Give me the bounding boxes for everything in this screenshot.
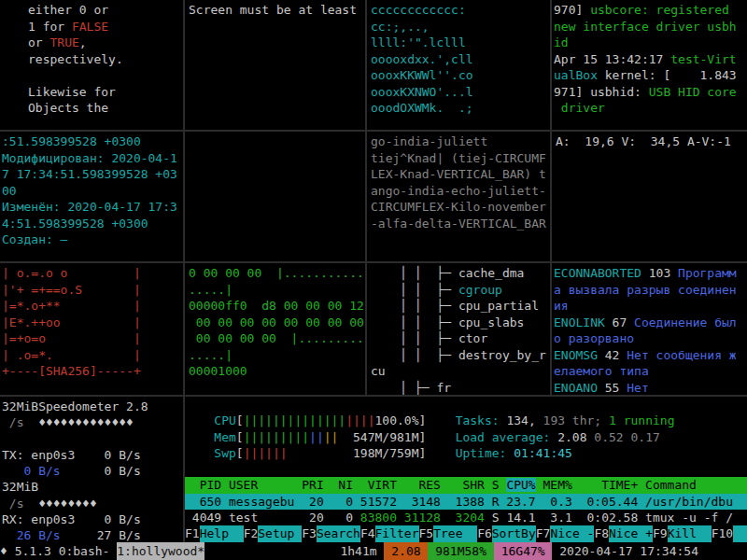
- bracket: [: [236, 430, 244, 444]
- pane-errno-list[interactable]: ECONNABORTED 103 Программ а вызвала разр…: [552, 263, 747, 395]
- tmux-status-bar: ♦ 5.1.3 0:bash- 1:hollywood* 1h41m 2.08 …: [0, 542, 747, 560]
- dmesg-timestamp: Apr 15 13:42:17: [554, 52, 670, 66]
- pane-bool-doc[interactable]: either 0 or 1 for FALSE or TRUE, respect…: [0, 0, 183, 130]
- pane-separator-vertical[interactable]: [550, 0, 552, 395]
- header-columns-left: PID USER PRI NI VIRT RES SHR S: [185, 478, 506, 492]
- status-right-group: 1h41m 2.08 981M58% 16G47% 2020-04-17 17:…: [340, 542, 747, 560]
- voltage-text: A: 19,6 V: 34,5 A-V:-1: [556, 134, 731, 148]
- htop-function-key-bar: F1Help F2Setup F3SearchF4FilterF5Tree F6…: [185, 525, 747, 541]
- rx-activity-markers: ♦♦♦♦♦♦♦♦: [38, 497, 97, 511]
- kernel-version: 5.1.3: [7, 542, 59, 560]
- mem-bar-blue: ||: [309, 430, 324, 444]
- stat-text: :51.598399528 +0300 Модифицирован: 2020-…: [2, 134, 177, 246]
- cpu-meter-label: CPU: [214, 413, 235, 427]
- pane-htop[interactable]: CPU[||||||||||||||||||100.0%] Tasks: 134…: [185, 397, 747, 542]
- fkey-f4-filter[interactable]: F4Filter: [360, 525, 419, 541]
- pane-ascii-art[interactable]: cccccccccccc: cc:;,.., llll:'".lclll ooo…: [367, 0, 550, 130]
- cpu-bar-green: ||||||||||||||: [244, 413, 346, 427]
- pane-screen-msg[interactable]: Screen must be at least: [185, 0, 365, 130]
- swap-usage: 198M/759M: [353, 446, 418, 460]
- pane-separator-vertical[interactable]: [183, 0, 185, 542]
- rx-rate-max: 27 B/s: [61, 528, 141, 542]
- cpu-bar-red: ||||: [345, 413, 374, 427]
- fkey-f6-sortby[interactable]: F6SortBy: [477, 525, 536, 541]
- fkey-num: F6: [477, 525, 492, 541]
- htop-table-header[interactable]: PID USER PRI NI VIRT RES SHR S CPU% MEM%…: [185, 477, 747, 493]
- mem-meter-label: Mem: [214, 430, 235, 444]
- dmesg-seq: 970]: [554, 3, 590, 17]
- tx-activity-markers: ♦♦♦♦♦♦♦♦♦♦♦♦♦: [38, 415, 134, 429]
- tasks-threads: 193 thr;: [543, 413, 609, 427]
- pane-hexdump[interactable]: 0 00 00 00 |........... .....| 00000ff0 …: [185, 263, 365, 395]
- pane-slab-tree[interactable]: │ │ ├─ cache_dma │ │ ├─ cgroup │ │ ├─ cp…: [367, 263, 550, 395]
- fkey-f1-help[interactable]: F1Help: [185, 525, 244, 541]
- status-uptime: 1h41m: [340, 542, 384, 560]
- htop-sort-column-cpu[interactable]: CPU%: [506, 478, 535, 492]
- fkey-f7-nice-minus[interactable]: F7Nice -: [536, 525, 595, 541]
- gap: [426, 430, 455, 444]
- tree-branch: │ │ ├─ cpu_partial │ │ ├─ cpu_slabs │ │ …: [371, 299, 546, 395]
- fkey-f9-kill[interactable]: F9Kill: [653, 525, 712, 541]
- fkey-label: Setup: [258, 525, 302, 541]
- pane-file-timestamps[interactable]: :51.598399528 +0300 Модифицирован: 2020-…: [0, 132, 183, 261]
- pane-separator-vertical[interactable]: [365, 0, 367, 395]
- fkey-f3-search[interactable]: F3Search: [302, 525, 360, 541]
- fkey-bar-fill: [733, 525, 747, 541]
- swap-meter: Swp[|||||| 198M/759M] Uptime: 01:41:45: [185, 445, 747, 461]
- errno-number: 42: [598, 348, 627, 362]
- status-disk-badge: 16G47%: [494, 542, 553, 560]
- pane-speedometer[interactable]: 32MiBSpeedometer 2.8 /s ♦♦♦♦♦♦♦♦♦♦♦♦♦ TX…: [0, 397, 183, 542]
- errno-name: ENOANO: [554, 381, 598, 395]
- pane-ssh-randomart[interactable]: | o.=.o o | |'+ =+==o.S | |=*.o+** | |E*…: [0, 263, 183, 395]
- errno-text: ECONNABORTED 103 Программ а вызвала разр…: [552, 263, 747, 395]
- process-row-text: 4049 test 20 0: [185, 511, 360, 525]
- window-tab-bash[interactable]: 0:bash-: [59, 542, 118, 560]
- bool-doc-text: either 0 or 1 for FALSE or TRUE, respect…: [0, 0, 183, 117]
- pane-phonetic[interactable]: go-india-juliett tiej^Knad| (tiej-CIRCUM…: [367, 132, 550, 261]
- pane-separator-horizontal[interactable]: [0, 130, 747, 132]
- phonetic-text: go-india-juliett tiej^Knad| (tiej-CIRCUM…: [371, 134, 546, 231]
- pane-separator-horizontal[interactable]: [0, 261, 747, 263]
- ascii-art-text: cccccccccccc: cc:;,.., llll:'".lclll ooo…: [371, 3, 473, 115]
- pane-voltage-readout[interactable]: A: 19,6 V: 34,5 A-V:-1: [552, 132, 747, 261]
- indent: [185, 430, 214, 444]
- dmesg-host2: ualBox: [554, 68, 598, 82]
- speedo-axis-unit: 32MiB: [2, 480, 38, 494]
- status-memory-badge: 981M58%: [428, 542, 493, 560]
- bracket: [: [236, 413, 244, 427]
- header-columns-right: MEM% TIME+ Command: [536, 478, 697, 492]
- fkey-f8-nice-plus[interactable]: F8Nice +: [594, 525, 653, 541]
- fkey-num: F3: [302, 525, 317, 541]
- tasks-running: 1 running: [609, 413, 674, 427]
- fkey-label: Search: [317, 525, 360, 541]
- fkey-label: Nice -: [550, 525, 594, 541]
- dmesg-text: 970] usbcore: registered new interface d…: [552, 0, 747, 117]
- doc-text: or: [28, 35, 49, 49]
- fkey-num: F8: [594, 525, 609, 541]
- fkey-label: Nice +: [609, 525, 653, 541]
- htop-row[interactable]: 4049 test 20 0 83800 31128 3204 S 14.1 3…: [185, 510, 747, 525]
- tx-rate-avg: 0 B/s: [2, 464, 61, 478]
- errno-desc: Нет: [627, 381, 648, 395]
- true-keyword: TRUE: [49, 35, 78, 49]
- pad: [288, 446, 353, 460]
- mem-meter: Mem[||||||||||||| 547M/981M] Load averag…: [185, 429, 747, 445]
- terminal-screen: either 0 or 1 for FALSE or TRUE, respect…: [0, 0, 747, 560]
- pane-dmesg-log[interactable]: 970] usbcore: registered new interface d…: [552, 0, 747, 130]
- fkey-f5-tree[interactable]: F5Tree: [419, 525, 478, 541]
- fkey-num: F5: [419, 525, 434, 541]
- fkey-label: Tree: [433, 525, 477, 541]
- fkey-f2-setup[interactable]: F2Setup: [244, 525, 303, 541]
- byobu-logo-icon: ♦: [0, 542, 7, 560]
- indent: [185, 446, 214, 460]
- htop-row-selected[interactable]: 650 messagebu 20 0 51572 3148 1388 R 23.…: [185, 494, 747, 510]
- uptime-label: Uptime:: [456, 446, 514, 460]
- window-tab-hollywood-active[interactable]: 1:hollywood*: [117, 542, 204, 560]
- fkey-f10[interactable]: F10: [712, 525, 733, 541]
- pane-separator-horizontal[interactable]: [0, 395, 747, 397]
- rx-rate-avg: 26 B/s: [2, 528, 61, 542]
- dmesg-host: test-Virt: [670, 52, 736, 66]
- fkey-label: Kill: [668, 525, 712, 541]
- rx-interface-line: RX: enp0s3 0 B/s: [2, 512, 141, 526]
- pane-empty[interactable]: [185, 132, 365, 261]
